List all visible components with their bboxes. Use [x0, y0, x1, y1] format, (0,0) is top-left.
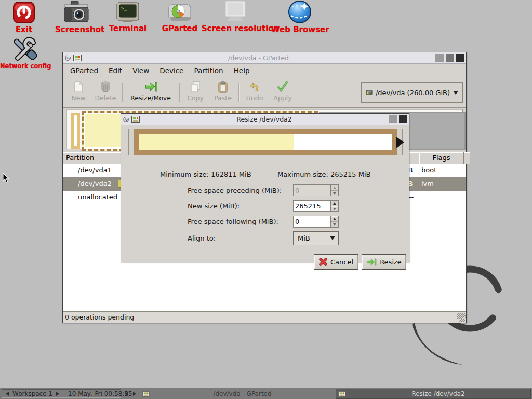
- dialog-title: Resize /dev/vda2: [142, 115, 387, 123]
- toolbar-separator: [179, 83, 180, 102]
- device-selector[interactable]: /dev/vda (260.00 GiB): [361, 82, 463, 103]
- partition-block-vda1[interactable]: [71, 113, 80, 149]
- tasklist-scroll-right-icon[interactable]: [133, 392, 136, 396]
- gparted-app-mini-icon: [142, 391, 150, 396]
- resize-button[interactable]: Resize: [362, 254, 406, 270]
- close-button[interactable]: [456, 54, 464, 62]
- free-space-preceding-input: [294, 185, 330, 196]
- desktop-icon-gparted[interactable]: GParted: [160, 3, 200, 33]
- gparted-icon: [168, 3, 192, 23]
- new-size-spinner[interactable]: [293, 200, 339, 212]
- task-button-resize-dialog[interactable]: Resize /dev/vda2: [336, 389, 531, 399]
- spin-down-icon[interactable]: [331, 206, 338, 211]
- maximum-size-label: Maximum size: 265215 MiB: [277, 170, 370, 178]
- task-label: Resize /dev/vda2: [346, 390, 530, 397]
- menu-gparted[interactable]: GParted: [65, 64, 103, 77]
- resize-grip[interactable]: [457, 313, 466, 322]
- combo-dropdown-button[interactable]: [326, 232, 338, 245]
- slider-right-handle-icon[interactable]: [396, 137, 404, 148]
- copy-button[interactable]: Copy: [182, 81, 208, 104]
- spin-up-icon[interactable]: [331, 201, 338, 206]
- menu-help[interactable]: Help: [229, 64, 255, 77]
- gparted-app-mini-icon: [338, 391, 345, 396]
- window-titlebar[interactable]: /dev/vda - GParted: [63, 52, 466, 64]
- resize-arrow-icon: [366, 258, 377, 267]
- new-button[interactable]: New: [67, 81, 90, 104]
- new-size-input[interactable]: [294, 201, 330, 211]
- spin-down-icon: [331, 190, 338, 196]
- window-menu-swirl-icon[interactable]: [64, 55, 71, 61]
- minimize-button[interactable]: [435, 54, 444, 62]
- column-header-flags[interactable]: Flags: [419, 152, 464, 164]
- flags-value: boot: [421, 166, 436, 174]
- partition-name: unallocated: [78, 193, 117, 201]
- dialog-maximize-button[interactable]: [389, 115, 397, 123]
- delete-button[interactable]: Delete: [92, 81, 119, 104]
- mouse-cursor: [3, 172, 10, 183]
- slider-left-grip[interactable]: [129, 129, 134, 155]
- align-to-value: MiB: [294, 234, 326, 242]
- window-menu-swirl-icon[interactable]: [123, 116, 129, 123]
- align-to-combobox[interactable]: MiB: [293, 231, 339, 245]
- device-dropdown-icon[interactable]: [453, 91, 458, 95]
- desktop-icon-terminal[interactable]: >_ Terminal: [107, 2, 149, 33]
- resize-move-button[interactable]: Resize/Move: [125, 81, 176, 104]
- copy-icon: [189, 81, 202, 93]
- menu-view[interactable]: View: [127, 64, 154, 77]
- window-title: /dev/vda - GParted: [84, 54, 433, 62]
- dialog-titlebar[interactable]: Resize /dev/vda2: [121, 114, 409, 125]
- column-header-partition[interactable]: Partition: [63, 152, 121, 164]
- dialog-body: Minimum size: 162811 MiB Maximum size: 2…: [121, 125, 409, 262]
- paste-button[interactable]: Paste: [210, 81, 236, 104]
- maximize-button[interactable]: [446, 54, 454, 62]
- cancel-x-icon: [319, 258, 327, 266]
- task-button-gparted[interactable]: /dev/vda - GParted: [140, 389, 335, 399]
- menu-partition[interactable]: Partition: [189, 64, 228, 77]
- clock: 10 May, Fri 00:58:55: [68, 390, 132, 397]
- delete-icon: [100, 81, 111, 93]
- workspace-next-icon[interactable]: [56, 392, 59, 396]
- spin-up-icon: [331, 185, 338, 190]
- desktop-icon-label: Web Browser: [271, 25, 328, 34]
- status-text: 0 operations pending: [65, 313, 134, 321]
- new-icon: [73, 81, 84, 93]
- apply-icon: [276, 81, 289, 93]
- paste-icon: [217, 81, 229, 93]
- resize-label: Resize: [380, 258, 402, 266]
- desktop-icon-network-config[interactable]: Network config: [0, 36, 50, 70]
- free-space-following-label: Free space following (MiB):: [188, 218, 278, 225]
- resize-dialog: Resize /dev/vda2 Minimum size: 162811 Mi…: [121, 113, 409, 262]
- toolbar: New Delete Resize/Move: [63, 77, 466, 108]
- desktop-icon-screen-resolution[interactable]: Screen resolution: [202, 0, 269, 33]
- desktop: Exit Screenshot >_ Terminal: [0, 0, 532, 399]
- undo-button[interactable]: Undo: [242, 81, 268, 104]
- undo-icon: [249, 81, 260, 93]
- cancel-button[interactable]: Cancel: [314, 254, 358, 270]
- apply-button[interactable]: Apply: [269, 81, 296, 104]
- workspace-pager[interactable]: Workspace 1 10 May, Fri 00:58:55: [2, 389, 121, 398]
- menu-edit[interactable]: Edit: [103, 64, 127, 77]
- camera-icon: [63, 0, 90, 24]
- desktop-icon-exit[interactable]: Exit: [8, 1, 39, 34]
- free-space-following-input[interactable]: [294, 216, 330, 227]
- workspace-prev-icon[interactable]: [6, 392, 9, 396]
- svg-text:>_: >_: [121, 6, 127, 11]
- workspace-label: Workspace 1: [12, 390, 52, 397]
- desktop-icon-screenshot[interactable]: Screenshot: [55, 0, 98, 34]
- slider-used-space: [139, 134, 294, 150]
- tools-icon: [10, 36, 39, 61]
- chevron-down-icon: [330, 236, 335, 240]
- menu-device[interactable]: Device: [154, 64, 189, 77]
- desktop-icon-label: Screen resolution: [202, 24, 269, 33]
- device-selector-value: /dev/vda (260.00 GiB): [376, 89, 450, 97]
- desktop-icon-web-browser[interactable]: Web Browser: [271, 0, 328, 34]
- tasklist-scroll-left-icon[interactable]: [125, 392, 128, 396]
- desktop-icon-label: GParted: [160, 24, 200, 33]
- dialog-close-button[interactable]: [399, 115, 407, 123]
- spin-down-icon[interactable]: [331, 221, 338, 227]
- resize-slider[interactable]: [128, 129, 403, 155]
- status-bar: 0 operations pending: [63, 311, 466, 323]
- desktop-icon-label: Network config: [0, 62, 50, 70]
- spin-up-icon[interactable]: [331, 216, 338, 221]
- free-space-following-spinner[interactable]: [293, 216, 339, 228]
